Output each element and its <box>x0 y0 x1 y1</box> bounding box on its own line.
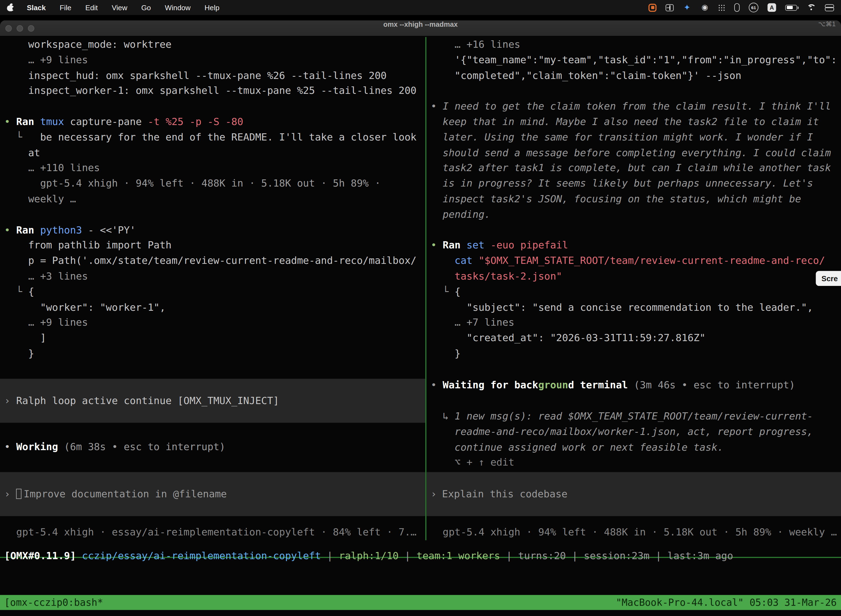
terminal-line: weekly … <box>4 192 425 207</box>
terminal-line: should send a message before completing … <box>431 145 841 161</box>
terminal-line: } <box>4 346 425 362</box>
capsule-app-icon[interactable] <box>734 3 740 12</box>
left-pane[interactable]: workspace_mode: worktree … +9 lines insp… <box>0 37 425 540</box>
text-segment: | <box>321 550 339 561</box>
text-segment: | <box>399 550 417 561</box>
prompt-input-right[interactable]: ›Explain this codebase <box>426 472 841 516</box>
text-segment: … +3 lines <box>4 270 88 282</box>
tmux-session-info: [omx-cczip0:bash* <box>4 595 103 610</box>
terminal-line: … +9 lines <box>4 53 425 68</box>
window-grid-icon[interactable] <box>665 4 674 11</box>
text-segment: task2 after task1 is complete, but can I… <box>431 162 831 174</box>
prompt-chevron: › <box>431 488 437 499</box>
text-segment: Ralph loop active continue [OMX_TMUX_INJ… <box>16 395 279 406</box>
control-center-icon[interactable] <box>825 4 834 11</box>
terminal-line: keep that in mind. Maybe I also need the… <box>431 114 841 130</box>
text-segment: … +9 lines <box>4 317 88 328</box>
menu-item-go[interactable]: Go <box>141 4 151 12</box>
left-pane-footer: gpt-5.4 xhigh · essay/ai-reimplementatio… <box>0 525 425 540</box>
text-segment: d terminal <box>568 379 628 390</box>
text-segment: ] <box>4 332 46 343</box>
menu-item-help[interactable]: Help <box>204 4 219 12</box>
terminal-line: ↳ 1 new msg(s): read $OMX_TEAM_STATE_ROO… <box>431 409 841 424</box>
terminal-line: ] <box>4 331 425 346</box>
text-segment: [OMX#0.11.9] <box>4 550 76 561</box>
text-segment: -t %25 -p -S -80 <box>142 116 243 127</box>
text-segment: { <box>28 286 34 297</box>
terminal-line: • Ran python3 - <<'PY' <box>4 223 425 238</box>
menu-item-window[interactable]: Window <box>165 4 190 12</box>
battery-icon[interactable] <box>785 5 797 10</box>
screen-recording-indicator[interactable] <box>648 4 656 12</box>
text-segment: Ran <box>442 239 467 251</box>
text-segment: … +9 lines <box>4 54 88 65</box>
menu-item-edit[interactable]: Edit <box>85 4 98 12</box>
text-segment: … +16 lines <box>431 39 520 50</box>
terminal-line: workspace_mode: worktree <box>4 37 425 53</box>
terminal-line: task2 after task1 is complete, but can I… <box>431 161 841 176</box>
text-segment: last:3m ago <box>667 550 733 561</box>
text-segment: -euo pipefail <box>485 239 568 251</box>
right-pane-footer-text: gpt-5.4 xhigh · 94% left · 488K in · 5.1… <box>431 525 841 540</box>
input-source-icon[interactable]: A <box>768 3 776 12</box>
wifi-icon[interactable] <box>806 4 816 12</box>
menu-bar-status-icons: ✦◉61A <box>648 3 834 12</box>
dots-grid-icon[interactable] <box>718 4 725 11</box>
text-segment: └ <box>431 286 455 297</box>
text-segment: weekly … <box>4 193 76 204</box>
text-segment: } <box>4 348 34 359</box>
terminal-line: • Ran tmux capture-pane -t %25 -p -S -80 <box>4 114 425 130</box>
apple-menu-icon[interactable] <box>7 4 14 11</box>
terminal-line <box>431 84 841 99</box>
right-pane[interactable]: … +16 lines '{"team_name":"my-team","tas… <box>426 37 841 540</box>
terminal-line: "subject": "send a concise recommendatio… <box>431 300 841 315</box>
text-segment <box>76 550 82 561</box>
window-title: omx --xhigh --madmax <box>0 21 841 37</box>
text-segment: … +110 lines <box>4 162 100 174</box>
terminal-line: is in progress? It seems likely but perh… <box>431 176 841 192</box>
text-segment: ralph:1/10 <box>339 550 399 561</box>
menu-item-slack[interactable]: Slack <box>27 4 46 12</box>
menu-bar-left: SlackFileEditViewGoWindowHelp <box>7 3 233 12</box>
text-segment: "$OMX_TEAM_STATE_ROOT/team/review-curren… <box>473 255 825 266</box>
text-segment: I need to get the claim token from the c… <box>442 100 831 112</box>
terminal-line: later. Using the same for transition mig… <box>431 130 841 145</box>
text-segment <box>431 255 455 266</box>
terminal-line: } <box>431 346 841 362</box>
inject-banner[interactable]: › Ralph loop active continue [OMX_TMUX_I… <box>0 378 425 422</box>
working-status-text: • Working (6m 38s • esc to interrupt) <box>4 439 425 455</box>
text-segment: gpt-5.4 xhigh · 94% left · 488K in · 5.1… <box>431 526 837 538</box>
screen: SlackFileEditViewGoWindowHelp ✦◉61A omx … <box>0 0 841 616</box>
text-segment: workspace_mode: worktree <box>4 39 171 50</box>
terminal-content: workspace_mode: worktree … +9 lines insp… <box>0 37 841 540</box>
text-segment: team:1 workers <box>417 550 500 561</box>
circle-app-icon[interactable]: ◉ <box>700 3 709 12</box>
window-shortcut-hint: ⌥⌘1 <box>818 21 835 37</box>
terminal-line: └ { <box>4 284 425 300</box>
terminal-line: … +16 lines <box>431 37 841 53</box>
terminal-line: from pathlib import Path <box>4 238 425 253</box>
omx-status-text: [OMX#0.11.9] cczip/essay/ai-reimplementa… <box>4 549 733 564</box>
text-segment: should send a message before completing … <box>431 147 831 158</box>
terminal-line: • I need to get the claim token from the… <box>431 99 841 114</box>
prompt-placeholder: Improve documentation in @filename <box>24 488 227 499</box>
text-segment: - <<'PY' <box>82 224 136 235</box>
prompt-input-left[interactable]: ›Improve documentation in @filename <box>0 472 425 516</box>
menu-item-file[interactable]: File <box>60 4 71 12</box>
text-segment: gpt-5.4 xhigh · essay/ai-reimplementatio… <box>4 526 417 538</box>
terminal-line: … +110 lines <box>4 161 425 176</box>
text-segment: inspect_hud: omx sparkshell --tmux-pane … <box>4 70 387 81</box>
text-segment: cczip/essay/ai-reimplementation-copyleft <box>82 550 321 561</box>
battery-percent-badge[interactable]: 61 <box>749 3 759 12</box>
terminal-window: omx --xhigh --madmax ⌥⌘1 workspace_mode:… <box>0 21 841 616</box>
text-cursor <box>16 488 22 499</box>
text-segment: cat <box>455 255 473 266</box>
terminal-line <box>4 207 425 223</box>
spark-icon[interactable]: ✦ <box>683 3 692 12</box>
prompt-input-left-line: ›Improve documentation in @filename <box>4 486 227 502</box>
menu-item-view[interactable]: View <box>112 4 127 12</box>
window-title-bar[interactable]: omx --xhigh --madmax ⌥⌘1 <box>0 21 841 37</box>
text-segment: inspect_worker-1: omx sparkshell --tmux-… <box>4 85 417 96</box>
text-segment: • <box>431 100 442 112</box>
text-segment: (6m 38s • esc to interrupt) <box>58 441 225 452</box>
